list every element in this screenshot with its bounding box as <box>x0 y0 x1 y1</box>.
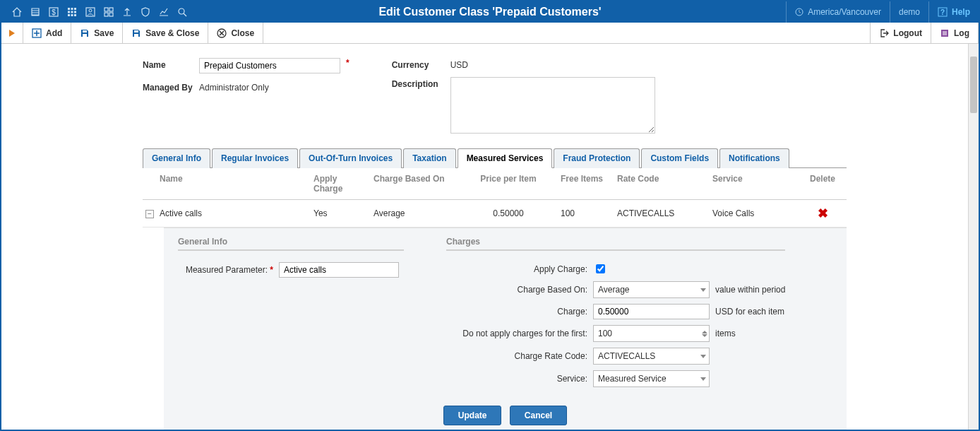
upload-icon[interactable] <box>121 6 133 18</box>
svg-rect-15 <box>104 13 108 16</box>
name-field[interactable] <box>199 58 340 73</box>
cell-service: Voice Calls <box>710 208 801 218</box>
free-items-suffix: items <box>715 329 736 338</box>
free-items-label: Do not apply charges for the first: <box>446 329 587 338</box>
rate-code-label: Charge Rate Code: <box>446 351 587 361</box>
titlebar-icons: $ <box>1 6 188 18</box>
tab-measured[interactable]: Measured Services <box>458 148 553 168</box>
magnify-icon[interactable] <box>177 6 188 18</box>
chevron-down-icon <box>700 288 706 292</box>
apply-charge-checkbox[interactable] <box>596 264 605 273</box>
home-icon[interactable] <box>11 6 23 18</box>
logout-label: Logout <box>893 28 922 38</box>
free-items-stepper[interactable]: 100 <box>593 325 710 342</box>
col-apply: Apply Charge <box>311 174 371 194</box>
svg-rect-4 <box>74 8 76 10</box>
chevron-down-icon <box>700 377 706 381</box>
cell-price: 0.50000 <box>459 208 558 218</box>
add-icon <box>32 28 42 38</box>
rate-code-value: ACTIVECALLS <box>598 351 696 361</box>
chevron-down-icon <box>702 334 707 337</box>
user-indicator[interactable]: demo <box>890 1 928 23</box>
svg-rect-16 <box>109 13 113 16</box>
svg-rect-2 <box>68 8 70 10</box>
free-items-value: 100 <box>598 329 702 338</box>
save-button[interactable]: Save <box>71 23 123 43</box>
charge-basedon-select[interactable]: Average <box>593 281 710 298</box>
currency-value: USD <box>450 58 468 70</box>
svg-rect-22 <box>83 30 87 33</box>
svg-rect-14 <box>109 8 113 11</box>
keypad-icon[interactable] <box>66 6 78 18</box>
tab-custom[interactable]: Custom Fields <box>641 148 718 168</box>
apply-charge-label: Apply Charge: <box>446 264 587 274</box>
chevron-up-icon <box>702 331 707 333</box>
help-icon: ? <box>938 7 948 17</box>
toolbar: Add Save Save & Close Close Logout Log <box>1 23 979 44</box>
delete-icon[interactable]: ✖ <box>818 206 828 220</box>
chevron-down-icon <box>700 355 706 358</box>
scrollbar[interactable] <box>968 44 979 430</box>
col-basedon: Charge Based On <box>371 174 459 194</box>
svg-rect-9 <box>71 14 73 16</box>
svg-rect-25 <box>134 34 138 37</box>
save-close-button[interactable]: Save & Close <box>123 23 208 43</box>
update-button[interactable]: Update <box>443 406 502 425</box>
col-service: Service <box>710 174 801 194</box>
grid2-icon[interactable] <box>103 6 114 18</box>
list-icon[interactable] <box>30 6 41 18</box>
charge-basedon-suffix: value within period <box>715 285 785 295</box>
scrollbar-thumb[interactable] <box>970 57 977 113</box>
svg-rect-23 <box>83 34 87 37</box>
help-link[interactable]: ? Help <box>928 1 979 23</box>
help-label: Help <box>952 7 970 17</box>
cell-ratecode: ACTIVECALLS <box>614 208 710 218</box>
cell-basedon: Average <box>371 208 459 218</box>
add-button[interactable]: Add <box>23 23 71 43</box>
dollar-icon[interactable]: $ <box>48 6 59 18</box>
tab-notif[interactable]: Notifications <box>719 148 789 168</box>
description-field[interactable] <box>450 77 655 134</box>
detail-panel: General Info Measured Parameter: * Charg… <box>164 228 847 430</box>
save-close-label: Save & Close <box>145 28 199 38</box>
managedby-label: Managed By <box>143 81 193 93</box>
tab-general[interactable]: General Info <box>143 148 210 168</box>
save-label: Save <box>94 28 114 38</box>
svg-rect-24 <box>134 30 138 33</box>
service-select[interactable]: Measured Service <box>593 370 710 387</box>
person-icon[interactable] <box>85 6 96 18</box>
svg-rect-5 <box>68 11 70 13</box>
measured-param-field[interactable] <box>279 262 399 278</box>
table-row: − Active calls Yes Average 0.50000 100 A… <box>143 200 847 228</box>
clock-icon <box>795 8 803 16</box>
shield-icon[interactable] <box>140 6 151 18</box>
charge-field[interactable] <box>593 304 710 319</box>
log-button[interactable]: Log <box>931 23 979 43</box>
col-price: Price per Item <box>459 174 558 194</box>
charge-basedon-value: Average <box>598 285 696 295</box>
tab-regular[interactable]: Regular Invoices <box>212 148 298 168</box>
close-button[interactable]: Close <box>208 23 263 43</box>
cancel-button[interactable]: Cancel <box>510 406 567 425</box>
tab-fraud[interactable]: Fraud Protection <box>554 148 640 168</box>
tab-tax[interactable]: Taxation <box>403 148 455 168</box>
col-ratecode: Rate Code <box>614 174 710 194</box>
logout-button[interactable]: Logout <box>870 23 931 43</box>
general-info-heading: General Info <box>178 237 404 251</box>
collapse-icon[interactable]: − <box>145 210 154 218</box>
service-value: Measured Service <box>598 374 696 384</box>
tab-oot[interactable]: Out-Of-Turn Invoices <box>299 148 402 168</box>
play-button[interactable] <box>1 23 23 43</box>
close-icon <box>217 28 227 38</box>
svg-rect-13 <box>104 8 108 11</box>
svg-rect-7 <box>74 11 76 13</box>
log-icon <box>940 28 950 38</box>
rate-code-select[interactable]: ACTIVECALLS <box>593 348 710 365</box>
measured-param-label: Measured Parameter: * <box>178 265 273 275</box>
col-delete: Delete <box>801 174 844 194</box>
cell-name: Active calls <box>157 208 311 218</box>
user-label: demo <box>899 7 920 17</box>
chart-icon[interactable] <box>158 6 169 18</box>
cell-free: 100 <box>558 208 614 218</box>
timezone-indicator[interactable]: America/Vancouver <box>786 1 890 23</box>
